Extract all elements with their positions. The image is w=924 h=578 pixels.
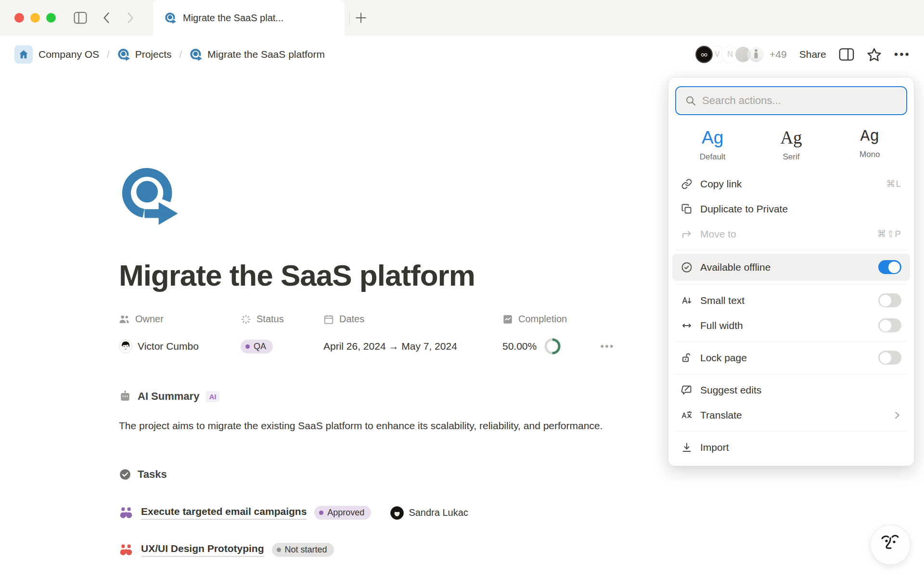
font-sample: Ag xyxy=(673,128,752,148)
breadcrumb-separator: / xyxy=(177,49,184,60)
font-option-mono[interactable]: Ag Mono xyxy=(831,125,909,167)
avatar-initial: N xyxy=(727,50,733,59)
menu-divider xyxy=(676,342,906,342)
avatar xyxy=(695,46,713,63)
tab-title: Migrate the SaaS plat... xyxy=(183,13,283,24)
menu-item-lock-page[interactable]: Lock page xyxy=(672,345,910,370)
minimize-window-button[interactable] xyxy=(30,13,40,23)
font-picker: Ag Default Ag Serif Ag Mono xyxy=(673,125,909,167)
breadcrumb-item-company-os[interactable]: Company OS xyxy=(38,49,99,60)
page-more-button[interactable]: ••• xyxy=(894,48,911,61)
avatar xyxy=(747,46,765,63)
breadcrumb-label: Migrate the SaaS platform xyxy=(207,49,325,60)
open-side-peek-button[interactable] xyxy=(839,48,854,61)
search-actions-input[interactable] xyxy=(702,94,898,107)
translate-icon xyxy=(681,409,693,421)
zoom-window-button[interactable] xyxy=(46,13,56,23)
task-row: UX/UI Design Prototyping Not started xyxy=(119,543,924,557)
completion-ring xyxy=(543,337,562,355)
assignee-avatar xyxy=(390,506,404,520)
menu-item-suggest-edits[interactable]: Suggest edits xyxy=(672,378,910,403)
project-icon xyxy=(117,48,130,61)
menu-item-import[interactable]: Import xyxy=(672,435,910,460)
task-link[interactable]: Execute targeted email campaigns xyxy=(141,506,307,520)
full-width-icon xyxy=(681,320,693,331)
full-width-toggle[interactable] xyxy=(878,318,901,332)
menu-item-copy-link[interactable]: Copy link ⌘L xyxy=(672,171,910,197)
active-tab[interactable]: Migrate the SaaS plat... xyxy=(153,0,345,36)
menu-item-small-text[interactable]: Small text xyxy=(672,288,910,313)
status-dot xyxy=(277,548,281,552)
favorite-button[interactable] xyxy=(867,47,882,62)
menu-divider xyxy=(676,250,906,250)
menu-item-label: Copy link xyxy=(700,178,878,190)
menu-search[interactable] xyxy=(676,87,906,114)
font-option-serif[interactable]: Ag Serif xyxy=(752,125,830,167)
sidebar-toggle-icon[interactable] xyxy=(73,12,88,24)
home-breadcrumb-button[interactable] xyxy=(14,45,33,64)
font-label: Mono xyxy=(831,150,909,159)
available-offline-toggle[interactable] xyxy=(878,260,901,274)
task-assignee[interactable]: Sandra Lukac xyxy=(390,506,468,520)
property-label: Completion xyxy=(518,314,567,325)
small-text-toggle[interactable] xyxy=(878,293,901,307)
robot-icon xyxy=(119,390,131,403)
breadcrumb-item-projects[interactable]: Projects xyxy=(117,48,172,61)
task-status-pill[interactable]: Approved xyxy=(314,506,371,520)
doodle-face-icon xyxy=(878,532,902,558)
menu-item-label: Translate xyxy=(700,409,885,421)
task-row: Execute targeted email campaigns Approve… xyxy=(119,506,924,520)
menu-item-label: Small text xyxy=(700,295,871,306)
breadcrumb: Company OS / Projects / Migrate the SaaS… xyxy=(14,45,325,64)
status-dot xyxy=(245,344,250,349)
assignee-name: Sandra Lukac xyxy=(409,507,468,518)
chevron-right-icon xyxy=(893,411,901,420)
window-tab-bar: Migrate the SaaS plat... xyxy=(0,0,924,36)
property-more-button[interactable]: ••• xyxy=(600,340,614,353)
chart-icon xyxy=(502,314,513,325)
close-window-button[interactable] xyxy=(14,13,24,23)
calendar-icon xyxy=(323,314,334,325)
status-pill[interactable]: QA xyxy=(241,340,273,354)
new-tab-button[interactable] xyxy=(350,0,372,36)
menu-shortcut: ⌘⇧P xyxy=(877,228,901,239)
property-dates[interactable]: Dates xyxy=(323,314,502,325)
duplicate-icon xyxy=(681,203,693,215)
task-status-pill[interactable]: Not started xyxy=(272,543,334,557)
import-icon xyxy=(681,442,693,453)
property-owner[interactable]: Owner xyxy=(119,314,241,325)
menu-item-duplicate[interactable]: Duplicate to Private xyxy=(672,197,910,222)
member-avatar-stack[interactable]: V N +49 xyxy=(695,46,787,63)
suggest-edits-icon xyxy=(681,384,693,396)
completion-value[interactable]: 50.00% ••• xyxy=(502,337,614,355)
owner-value[interactable]: Victor Cumbo xyxy=(119,337,241,355)
window-controls xyxy=(0,0,56,36)
font-option-default[interactable]: Ag Default xyxy=(673,125,752,167)
menu-divider xyxy=(676,284,906,285)
property-label: Dates xyxy=(339,314,364,325)
property-completion[interactable]: Completion xyxy=(502,314,614,325)
move-to-icon xyxy=(681,228,693,240)
notion-ai-face-button[interactable] xyxy=(870,525,911,565)
breadcrumb-item-current-page[interactable]: Migrate the SaaS platform xyxy=(190,48,325,61)
property-status[interactable]: Status xyxy=(241,314,323,325)
lock-page-toggle[interactable] xyxy=(878,351,901,365)
menu-divider xyxy=(676,431,906,432)
task-link[interactable]: UX/UI Design Prototyping xyxy=(141,543,264,557)
nav-forward-icon xyxy=(125,12,136,24)
menu-item-label: Move to xyxy=(700,228,869,240)
menu-item-translate[interactable]: Translate xyxy=(672,403,910,428)
font-sample: Ag xyxy=(752,128,830,148)
menu-item-move-to: Move to ⌘⇧P xyxy=(672,222,910,247)
unlock-icon xyxy=(681,352,693,364)
menu-item-label: Duplicate to Private xyxy=(700,203,901,215)
project-icon xyxy=(165,12,177,24)
share-button[interactable]: Share xyxy=(799,49,826,60)
dates-value[interactable]: April 26, 2024 → May 7, 2024 xyxy=(323,337,502,355)
menu-item-full-width[interactable]: Full width xyxy=(672,313,910,338)
check-circle-icon xyxy=(681,262,693,273)
nav-back-icon[interactable] xyxy=(101,12,112,24)
page-project-icon[interactable] xyxy=(119,165,180,226)
menu-item-available-offline[interactable]: Available offline xyxy=(672,254,910,281)
breadcrumb-label: Projects xyxy=(135,49,172,60)
